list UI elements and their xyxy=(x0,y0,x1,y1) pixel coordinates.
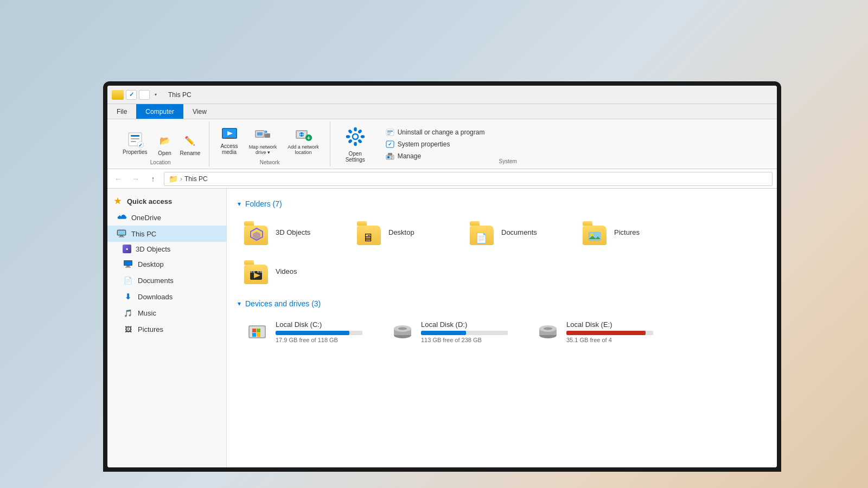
uninstall-label: Uninstall or change a program xyxy=(398,129,485,136)
folder-item-desktop[interactable]: 🖥 Desktop xyxy=(350,215,459,249)
add-network-label: Add a networklocation xyxy=(288,144,319,155)
svg-text:+: + xyxy=(307,135,310,141)
open-button[interactable]: 📂 Open xyxy=(154,131,176,157)
svg-rect-25 xyxy=(354,143,356,145)
access-media-button[interactable]: Access media xyxy=(216,123,242,157)
laptop-frame: ✓ ▾ This PC File Computer View xyxy=(103,81,781,472)
svg-rect-40 xyxy=(391,156,393,157)
svg-text:✓: ✓ xyxy=(138,143,143,148)
tab-view[interactable]: View xyxy=(183,104,216,119)
folder-name-documents: Documents xyxy=(501,228,537,236)
location-buttons: ✓ Properties 📂 Open xyxy=(118,123,202,157)
documents-icon: 📄 xyxy=(123,275,133,286)
up-button[interactable]: ↑ xyxy=(146,172,159,185)
qat-check-icon[interactable]: ✓ xyxy=(126,90,137,100)
drive-c-bar-bg xyxy=(276,331,362,335)
forward-button[interactable]: → xyxy=(129,172,142,185)
address-bar: ← → ↑ 📁 › This PC xyxy=(107,169,777,189)
main-content: ★ Quick access OneDrive xyxy=(107,189,777,467)
open-icon: 📂 xyxy=(156,132,174,149)
svg-rect-9 xyxy=(225,138,234,139)
drive-d-bar-fill xyxy=(421,331,466,335)
drive-c-icon xyxy=(244,319,270,345)
open-settings-icon xyxy=(344,126,366,150)
open-label: Open xyxy=(158,150,171,156)
path-separator-1: › xyxy=(180,175,182,183)
qat-dropdown-icon[interactable]: ▾ xyxy=(152,90,159,100)
folders-section-title[interactable]: Folders (7) xyxy=(245,200,282,208)
tab-computer[interactable]: Computer xyxy=(136,104,183,119)
svg-rect-1 xyxy=(131,135,139,137)
path-folder-icon: 📁 xyxy=(169,175,178,183)
ribbon-content: ✓ Properties 📂 Open xyxy=(107,119,777,169)
open-settings-button[interactable]: OpenSettings xyxy=(339,123,372,165)
downloads-icon: ⬇ xyxy=(123,291,133,302)
sidebar-label-pictures: Pictures xyxy=(138,325,163,333)
drives-chevron[interactable]: ▾ xyxy=(238,300,241,307)
svg-rect-12 xyxy=(257,132,263,136)
svg-rect-44 xyxy=(118,230,125,235)
properties-label: Properties xyxy=(123,149,148,155)
drive-d-size: 113 GB free of 238 GB xyxy=(421,337,518,343)
svg-text:✓: ✓ xyxy=(388,142,392,147)
uninstall-icon xyxy=(386,128,394,137)
svg-rect-29 xyxy=(358,139,361,143)
svg-rect-2 xyxy=(131,138,139,139)
svg-rect-42 xyxy=(388,153,392,156)
tab-file[interactable]: File xyxy=(107,104,136,119)
sidebar-item-onedrive[interactable]: OneDrive xyxy=(107,209,226,226)
music-icon: 🎵 xyxy=(123,307,133,318)
ribbon-group-network: Access media xyxy=(209,121,330,166)
system-properties-icon: ✓ xyxy=(386,140,394,149)
drives-section-title[interactable]: Devices and drives (3) xyxy=(245,299,321,308)
drive-d-name: Local Disk (D:) xyxy=(421,320,518,329)
uninstall-button[interactable]: Uninstall or change a program xyxy=(382,126,488,138)
system-items: Uninstall or change a program ✓ System p… xyxy=(376,123,495,165)
folders-chevron[interactable]: ▾ xyxy=(238,200,241,208)
folder-item-pictures[interactable]: Pictures xyxy=(576,215,685,249)
sidebar-item-music[interactable]: 🎵 Music xyxy=(107,305,226,321)
folder-name-videos: Videos xyxy=(276,267,297,275)
rename-button[interactable]: ✏️ Rename xyxy=(178,131,203,157)
sidebar-item-desktop[interactable]: Desktop xyxy=(107,256,226,272)
drive-item-e[interactable]: Local Disk (E:) 35.1 GB free of 4 xyxy=(528,314,669,349)
folder-item-documents[interactable]: 📄 Documents xyxy=(463,215,572,249)
sidebar-item-documents[interactable]: 📄 Documents xyxy=(107,272,226,288)
folder-item-3d-objects[interactable]: 3D Objects xyxy=(238,215,346,249)
add-network-location-button[interactable]: + Add a networklocation xyxy=(283,124,323,157)
drive-item-d[interactable]: Local Disk (D:) 113 GB free of 238 GB xyxy=(383,314,524,349)
properties-button[interactable]: ✓ Properties xyxy=(118,129,152,157)
system-properties-button[interactable]: ✓ System properties xyxy=(382,138,488,150)
add-network-location-icon: + xyxy=(295,126,312,143)
svg-rect-53 xyxy=(589,232,601,241)
map-network-label: Map networkdrive ▾ xyxy=(249,144,277,155)
drive-e-info: Local Disk (E:) 35.1 GB free of 4 xyxy=(566,320,663,343)
desktop-icon xyxy=(123,259,133,269)
3d-objects-folder-icon xyxy=(244,219,270,245)
sidebar-item-3d-objects[interactable]: ▪ 3D Objects xyxy=(107,242,226,256)
address-path[interactable]: 📁 › This PC xyxy=(164,172,773,186)
sidebar-item-pictures[interactable]: 🖼 Pictures xyxy=(107,321,226,337)
svg-rect-61 xyxy=(260,271,262,273)
qat-folder-icon xyxy=(112,90,124,100)
folders-section-header: ▾ Folders (7) xyxy=(238,200,766,208)
manage-button[interactable]: Manage xyxy=(382,150,488,162)
drive-d-icon xyxy=(390,319,416,345)
drives-section-header: ▾ Devices and drives (3) xyxy=(238,299,766,308)
back-button[interactable]: ← xyxy=(112,172,125,185)
pictures-folder-icon xyxy=(583,219,609,245)
path-thispc: This PC xyxy=(184,175,208,183)
svg-rect-67 xyxy=(257,333,260,337)
svg-point-23 xyxy=(353,134,358,139)
sidebar-item-this-pc[interactable]: This PC xyxy=(107,226,226,242)
drive-item-c[interactable]: Local Disk (C:) 17.9 GB free of 118 GB xyxy=(238,314,379,349)
sidebar-item-quick-access[interactable]: ★ Quick access xyxy=(107,193,226,209)
folder-item-videos[interactable]: Videos xyxy=(238,254,346,288)
map-network-drive-button[interactable]: Map networkdrive ▾ xyxy=(245,124,282,157)
sidebar-item-downloads[interactable]: ⬇ Downloads xyxy=(107,288,226,305)
svg-rect-41 xyxy=(391,158,392,159)
properties-icon: ✓ xyxy=(126,131,144,148)
svg-point-54 xyxy=(590,233,593,236)
svg-rect-3 xyxy=(131,141,136,142)
videos-folder-icon xyxy=(244,258,270,284)
